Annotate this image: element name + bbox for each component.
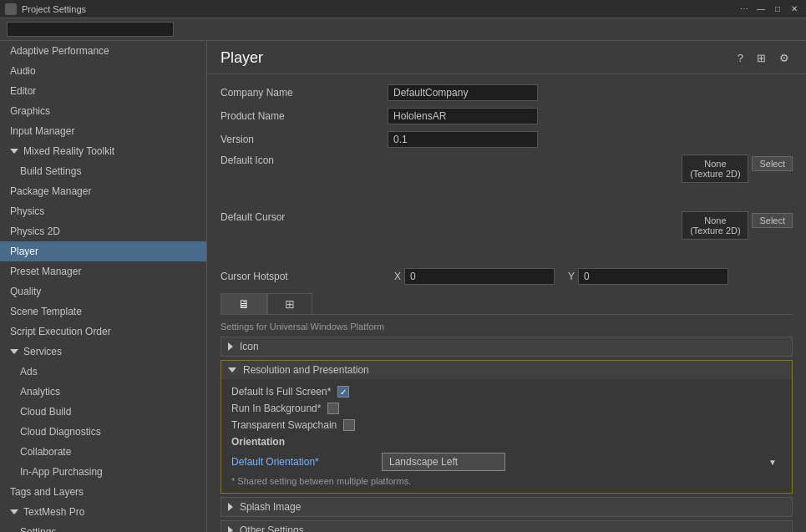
sidebar-item-physics-2d[interactable]: Physics 2D: [0, 221, 206, 241]
splash-image-label: Splash Image: [240, 501, 301, 513]
company-name-input[interactable]: [388, 84, 538, 101]
shared-note: * Shared setting between multiple platfo…: [231, 476, 782, 486]
app-icon: [5, 3, 17, 15]
default-cursor-label: Default Cursor: [221, 211, 388, 223]
title-bar-controls: ⋯ — □ ✕: [738, 3, 801, 16]
icon-triangle: [228, 342, 233, 351]
run-background-label: Run In Background*: [231, 403, 321, 414]
sidebar-item-settings[interactable]: Settings: [0, 522, 206, 532]
sidebar-item-textmesh-pro[interactable]: TextMesh Pro: [0, 502, 206, 522]
sidebar-item-package-manager[interactable]: Package Manager: [0, 181, 206, 201]
icon-section-label: Icon: [240, 341, 259, 352]
sidebar-item-physics[interactable]: Physics: [0, 201, 206, 221]
content-header: Player ? ⊞ ⚙: [207, 41, 806, 74]
default-cursor-select[interactable]: Select: [752, 213, 793, 228]
full-screen-label: Default Is Full Screen*: [231, 386, 331, 398]
other-settings-section: Other Settings: [221, 520, 793, 532]
transparent-swapchain-checkbox[interactable]: [343, 419, 355, 431]
x-coord-field: X: [394, 268, 555, 285]
sidebar-item-input-manager[interactable]: Input Manager: [0, 121, 206, 141]
cursor-hotspot-row: Cursor Hotspot X Y: [221, 268, 793, 285]
default-icon-area: Default Icon None (Texture 2D) Select: [221, 155, 793, 205]
icon-section: Icon: [221, 337, 793, 357]
default-icon-none: None: [704, 159, 726, 169]
product-name-label: Product Name: [221, 110, 388, 122]
company-name-row: Company Name: [221, 84, 793, 101]
orientation-section-label: Orientation: [231, 436, 782, 448]
sidebar-item-mixed-reality-toolkit[interactable]: Mixed Reality Toolkit: [0, 141, 206, 161]
sidebar-item-audio[interactable]: Audio: [0, 61, 206, 81]
icon-collapse-header[interactable]: Icon: [221, 337, 792, 356]
sidebar-item-tags-and-layers[interactable]: Tags and Layers: [0, 482, 206, 502]
full-screen-row: Default Is Full Screen* ✓: [231, 386, 782, 398]
x-input[interactable]: [404, 268, 555, 285]
minimize-button[interactable]: —: [754, 3, 768, 16]
sidebar-item-adaptive-performance[interactable]: Adaptive Performance: [0, 41, 206, 61]
platform-tabs: 🖥 ⊞: [221, 293, 793, 315]
gear-settings-button[interactable]: ⚙: [776, 50, 793, 66]
default-icon-label: Default Icon: [221, 155, 388, 166]
version-row: Version: [221, 131, 793, 148]
y-input[interactable]: [578, 268, 728, 285]
search-input[interactable]: [7, 22, 174, 37]
platform-tab-windows[interactable]: ⊞: [267, 293, 312, 314]
sidebar-item-scene-template[interactable]: Scene Template: [0, 301, 206, 322]
other-settings-header[interactable]: Other Settings: [221, 521, 792, 532]
title-bar-text: Project Settings: [22, 4, 738, 14]
sidebar-item-graphics[interactable]: Graphics: [0, 101, 206, 121]
x-label: X: [394, 271, 401, 282]
checkmark-icon: ✓: [340, 388, 347, 397]
uwp-label: Settings for Universal Windows Platform: [221, 322, 793, 332]
default-orientation-label: Default Orientation*: [231, 456, 382, 468]
default-cursor-area: Default Cursor None (Texture 2D) Select: [221, 211, 793, 261]
run-background-checkbox[interactable]: [327, 403, 339, 414]
triangle-icon-textmesh: [10, 509, 18, 514]
resolution-section-label: Resolution and Presentation: [243, 364, 369, 376]
maximize-button[interactable]: □: [771, 3, 784, 16]
orientation-select-wrapper: Landscape Left Landscape Right Portrait …: [382, 453, 782, 471]
orientation-select[interactable]: Landscape Left Landscape Right Portrait …: [382, 453, 505, 471]
sidebar-item-cloud-build[interactable]: Cloud Build: [0, 402, 206, 422]
default-icon-select[interactable]: Select: [752, 156, 793, 171]
platform-tab-monitor[interactable]: 🖥: [221, 293, 267, 314]
sidebar-scroll: Adaptive Performance Audio Editor Graphi…: [0, 41, 206, 532]
cursor-hotspot-label: Cursor Hotspot: [221, 271, 388, 282]
sidebar-item-ads[interactable]: Ads: [0, 362, 206, 382]
sidebar-item-analytics[interactable]: Analytics: [0, 382, 206, 402]
triangle-icon: [10, 149, 18, 154]
sidebar-item-in-app-purchasing[interactable]: In-App Purchasing: [0, 462, 206, 482]
close-button[interactable]: ✕: [788, 3, 801, 16]
sidebar-item-script-execution-order[interactable]: Script Execution Order: [0, 322, 206, 342]
y-coord-field: Y: [568, 268, 728, 285]
layout-button[interactable]: ⊞: [753, 50, 769, 66]
resolution-section: Resolution and Presentation Default Is F…: [221, 360, 793, 494]
sidebar-item-preset-manager[interactable]: Preset Manager: [0, 261, 206, 281]
sidebar-item-cloud-diagnostics[interactable]: Cloud Diagnostics: [0, 422, 206, 442]
product-name-row: Product Name: [221, 108, 793, 124]
windows-icon: ⊞: [285, 297, 295, 311]
sidebar-item-collaborate[interactable]: Collaborate: [0, 442, 206, 462]
default-orientation-row: Default Orientation* Landscape Left Land…: [231, 453, 782, 471]
menu-button[interactable]: ⋯: [738, 3, 751, 16]
default-icon-preview: None (Texture 2D): [682, 155, 748, 183]
run-background-row: Run In Background*: [231, 403, 782, 414]
sidebar-item-build-settings[interactable]: Build Settings: [0, 161, 206, 181]
help-button[interactable]: ?: [734, 50, 747, 66]
sidebar-item-quality[interactable]: Quality: [0, 281, 206, 301]
triangle-icon-services: [10, 349, 18, 354]
resolution-collapse-header[interactable]: Resolution and Presentation: [221, 361, 792, 379]
content-area: Player ? ⊞ ⚙ Company Name Product Name V…: [207, 41, 806, 532]
sidebar-item-player[interactable]: Player: [0, 241, 206, 261]
sidebar-item-editor[interactable]: Editor: [0, 81, 206, 101]
version-input[interactable]: [388, 131, 538, 148]
other-triangle: [228, 526, 233, 532]
monitor-icon: 🖥: [238, 297, 250, 311]
page-title: Player: [221, 49, 263, 67]
sidebar-item-services[interactable]: Services: [0, 342, 206, 362]
default-cursor-none: None: [704, 215, 726, 225]
resolution-content: Default Is Full Screen* ✓ Run In Backgro…: [221, 379, 792, 493]
splash-image-header[interactable]: Splash Image: [221, 498, 792, 516]
default-cursor-texture: (Texture 2D): [690, 225, 741, 236]
product-name-input[interactable]: [388, 108, 538, 124]
full-screen-checkbox[interactable]: ✓: [337, 386, 349, 398]
